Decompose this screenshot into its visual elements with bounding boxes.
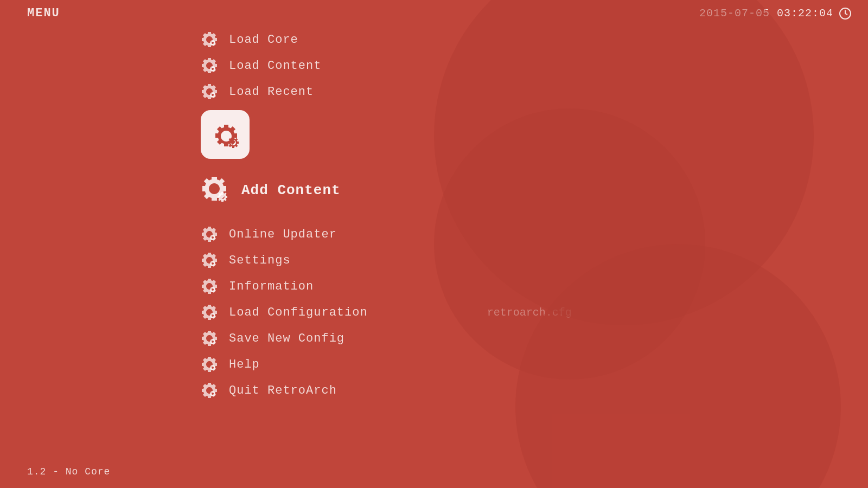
add-content-label: Add Content <box>241 182 341 198</box>
app-container: MENU 2015-07-05 03:22:04 Load Core <box>0 0 868 488</box>
footer: 1.2 - No Core <box>27 466 110 477</box>
datetime-area: 2015-07-05 03:22:04 <box>699 7 852 20</box>
menu-item-load-recent[interactable]: Load Recent <box>201 79 868 105</box>
load-core-gear-icon <box>201 31 218 48</box>
svg-point-16 <box>212 341 214 343</box>
featured-icon-wrapper <box>0 110 868 159</box>
top-menu-section: Load Core Load Content Load Recent <box>0 27 868 105</box>
load-configuration-value: retroarch.cfg <box>487 306 572 319</box>
menu-item-load-configuration[interactable]: Load Configuration retroarch.cfg <box>201 299 868 325</box>
information-label: Information <box>229 280 314 293</box>
retroarch-gear-icon <box>208 117 243 152</box>
load-content-gear-icon <box>201 57 218 74</box>
svg-point-8 <box>212 236 214 239</box>
load-recent-label: Load Recent <box>229 85 314 99</box>
menu-item-information[interactable]: Information <box>201 273 868 299</box>
menu-item-settings[interactable]: Settings <box>201 247 868 273</box>
add-content-item[interactable]: Add Content <box>201 175 868 205</box>
online-updater-gear-icon <box>201 226 218 243</box>
svg-point-6 <box>212 94 214 96</box>
quit-retroarch-label: Quit RetroArch <box>229 384 337 397</box>
information-gear-icon <box>201 278 218 295</box>
menu-item-quit-retroarch[interactable]: Quit RetroArch <box>201 377 868 403</box>
add-content-gear-icon <box>201 175 231 205</box>
clock-icon <box>839 7 852 20</box>
datetime-text: 2015-07-05 03:22:04 <box>699 7 833 20</box>
load-content-label: Load Content <box>229 59 321 73</box>
svg-point-20 <box>212 393 214 395</box>
save-new-config-label: Save New Config <box>229 332 344 345</box>
menu-item-online-updater[interactable]: Online Updater <box>201 221 868 247</box>
load-configuration-label: Load Configuration <box>229 306 368 319</box>
help-gear-icon <box>201 356 218 373</box>
svg-point-14 <box>212 314 214 317</box>
add-content-section[interactable]: Add Content <box>0 175 868 205</box>
bottom-menu-section: Online Updater Settings Information <box>0 221 868 403</box>
help-label: Help <box>229 358 260 371</box>
load-configuration-gear-icon <box>201 304 218 321</box>
menu-label: MENU <box>27 7 60 20</box>
svg-point-4 <box>212 68 214 70</box>
menu-item-save-new-config[interactable]: Save New Config <box>201 325 868 351</box>
menu-item-load-core[interactable]: Load Core <box>201 27 868 53</box>
save-new-config-gear-icon <box>201 330 218 347</box>
online-updater-label: Online Updater <box>229 228 337 241</box>
load-recent-gear-icon <box>201 83 218 100</box>
featured-icon-box <box>201 110 250 159</box>
svg-point-10 <box>212 262 214 265</box>
settings-label: Settings <box>229 254 291 267</box>
settings-gear-icon <box>201 252 218 269</box>
load-core-label: Load Core <box>229 33 298 47</box>
svg-point-12 <box>212 288 214 291</box>
quit-retroarch-gear-icon <box>201 382 218 399</box>
svg-point-2 <box>212 42 214 44</box>
menu-item-help[interactable]: Help <box>201 351 868 377</box>
header: MENU 2015-07-05 03:22:04 <box>0 0 868 27</box>
version-label: 1.2 - No Core <box>27 466 110 477</box>
menu-item-load-content[interactable]: Load Content <box>201 53 868 79</box>
svg-point-18 <box>212 367 214 369</box>
